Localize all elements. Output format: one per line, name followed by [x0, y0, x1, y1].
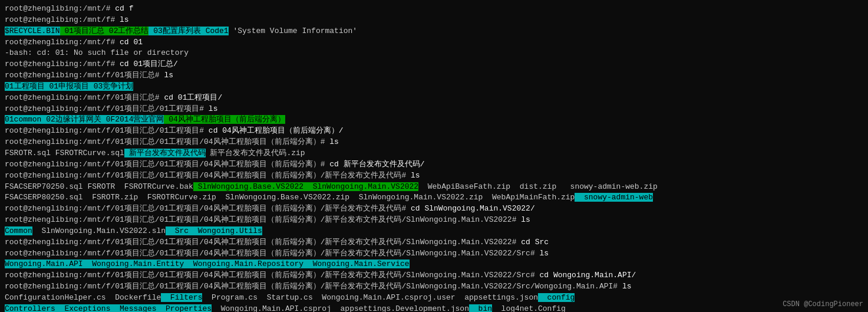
ls-item: $RECYCLE.BIN: [5, 27, 60, 35]
ls-item: log4net.Config: [492, 304, 566, 312]
terminal-line: root@zhenglibing:/mnt/f/01项目汇总# cd 01工程项…: [5, 93, 863, 104]
terminal-line: Common SlnWongoing.Main.VS2022.sln Src W…: [5, 226, 863, 237]
terminal-line: root@zhenglibing:/mnt/f/01项目汇总/01工程项目/04…: [5, 159, 863, 170]
ls-item: 02工作总结: [104, 27, 148, 35]
ls-item: bin: [469, 304, 492, 312]
ls-item: 新平台发布文件及代码.zip: [206, 149, 305, 157]
ls-item: SlnWongoing.Main.VS2022.sln: [32, 226, 166, 235]
terminal-line: root@zhenglibing:/mnt/f/01项目汇总/01工程项目/04…: [5, 237, 863, 248]
ls-item: FSACSERP80250.sql: [5, 193, 83, 202]
ls-item: config: [538, 293, 575, 302]
ls-item: Startup.cs: [258, 293, 313, 302]
terminal-line: FSACSERP80250.sql FSROTR.zip FSROTRCurve…: [5, 192, 863, 203]
ls-item: WebApiBaseFath.zip: [418, 182, 510, 191]
ls-item: 新平台发布文件及代码: [124, 149, 206, 157]
ls-item: Wongoing.Main.API.csproj.user: [313, 293, 456, 302]
ls-item: 02边缘计算网关: [41, 115, 101, 124]
terminal-line: root@zhenglibing:/mnt/# cd f: [5, 4, 863, 15]
terminal-line: root@zhenglibing:/mnt/f# ls: [5, 15, 863, 26]
ls-item: SlnWongoing.Main.VS2022: [303, 182, 418, 191]
ls-item: Wongoing.Main.Service: [303, 260, 409, 268]
terminal-line: ConfigurationHelper.cs Dockerfile Filter…: [5, 293, 863, 304]
ls-item: appsettings.json: [456, 293, 538, 302]
ls-item: 01工程项目: [5, 82, 45, 91]
terminal-line: root@zhenglibing:/mnt/f# cd 01: [5, 37, 863, 48]
ls-item: Wongoing.Main.API.csproj: [212, 304, 331, 312]
terminal-line: 01common 02边缘计算网关 0F2014营业官网 04风神工程胎项目（前…: [5, 114, 863, 126]
terminal-line: root@zhenglibing:/mnt/f/01项目汇总/01工程项目# l…: [5, 104, 863, 115]
ls-item: WebApiMainFath.zip: [483, 193, 575, 202]
ls-item: 01项目汇总: [60, 27, 104, 35]
terminal-line: root@zhenglibing:/mnt/f# cd 01项目汇总/: [5, 59, 863, 70]
ls-item: FSACSERP70250.sql: [5, 182, 83, 191]
terminal-line: root@zhenglibing:/mnt/f/01项目汇总/01工程项目/04…: [5, 203, 863, 215]
ls-item: 0F2014营业官网: [101, 115, 164, 124]
ls-item: Wongoing.Main.API: [5, 260, 83, 268]
terminal-line: root@zhenglibing:/mnt/f/01项目汇总/01工程项目/04…: [5, 248, 863, 260]
ls-item: Properties: [156, 304, 212, 312]
ls-item: Code1: [201, 27, 229, 35]
ls-item: 'System Volume Information': [229, 27, 357, 35]
ls-item: Wongoing.Utils: [189, 226, 262, 235]
ls-item: Filters: [161, 293, 202, 302]
ls-item: appsettings.Development.json: [331, 304, 469, 312]
terminal-line: root@zhenglibing:/mnt/f/01项目汇总/01工程项目/04…: [5, 137, 863, 148]
watermark: CSDN @CodingPioneer: [783, 300, 863, 310]
ls-item: FSROTRCurve.bak: [115, 182, 193, 191]
terminal-line: -bash: cd: 01: No such file or directory: [5, 48, 863, 59]
ls-item: snowy-admin-web: [575, 193, 653, 202]
terminal-line: root@zhenglibing:/mnt/f/01项目汇总/01工程项目/04…: [5, 170, 863, 182]
ls-item: 01申报项目: [45, 82, 89, 91]
ls-item: Dockerfile: [106, 293, 161, 302]
ls-item: snowy-admin-web.zip: [556, 182, 658, 191]
ls-item: ConfigurationHelper.cs: [5, 293, 106, 302]
ls-item: FSROTR.sql: [5, 149, 51, 157]
ls-item: Src: [166, 226, 189, 235]
terminal-line: root@zhenglibing:/mnt/f/01项目汇总# ls: [5, 70, 863, 81]
ls-item: Exceptions: [55, 304, 111, 312]
terminal-line: 01工程项目 01申报项目 03竞争计划: [5, 81, 863, 93]
ls-item: Wongoing.Main.Repository: [184, 260, 303, 268]
ls-item: FSROTRCurve.sql: [51, 149, 124, 157]
terminal-line: root@zhenglibing:/mnt/f/01项目汇总/01工程项目/04…: [5, 270, 863, 281]
terminal-line: FSROTR.sql FSROTRCurve.sql 新平台发布文件及代码 新平…: [5, 148, 863, 159]
terminal-line: root@zhenglibing:/mnt/f/01项目汇总/01工程项目# c…: [5, 126, 863, 137]
ls-item: Program.cs: [202, 293, 258, 302]
ls-item: 01common: [5, 115, 41, 124]
ls-item: FSROTR: [83, 182, 115, 191]
ls-item: 04风神工程胎项目（前后端分离）: [164, 115, 285, 124]
ls-item: Messages: [110, 304, 156, 312]
terminal-line: Controllers Exceptions Messages Properti…: [5, 304, 863, 312]
ls-item: SlnWongoing.Main.VS2022.zip: [349, 193, 483, 202]
terminal-line: Wongoing.Main.API Wongoing.Main.Entity W…: [5, 259, 863, 270]
terminal-line: FSACSERP70250.sql FSROTR FSROTRCurve.bak…: [5, 182, 863, 193]
ls-item: dist.zip: [510, 182, 556, 191]
terminal-line: root@zhenglibing:/mnt/f/01项目汇总/01工程项目/04…: [5, 281, 863, 293]
terminal: root@zhenglibing:/mnt/# cd froot@zhengli…: [5, 4, 863, 312]
terminal-line: $RECYCLE.BIN 01项目汇总 02工作总结 03配置库列表 Code1…: [5, 26, 863, 37]
ls-item: Common: [5, 226, 32, 235]
ls-item: Controllers: [5, 304, 55, 312]
ls-item: SlnWongoing.Base.VS2022.zip: [216, 193, 349, 202]
ls-item: SlnWongoing.Base.VS2022: [193, 182, 303, 191]
ls-item: FSROTRCurve.zip: [138, 193, 216, 202]
ls-item: FSROTR.zip: [83, 193, 138, 202]
ls-item: 03配置库列表: [148, 27, 200, 35]
ls-item: Wongoing.Main.Entity: [83, 260, 184, 268]
ls-item: 03竞争计划: [89, 82, 133, 91]
terminal-line: root@zhenglibing:/mnt/f/01项目汇总/01工程项目/04…: [5, 215, 863, 226]
